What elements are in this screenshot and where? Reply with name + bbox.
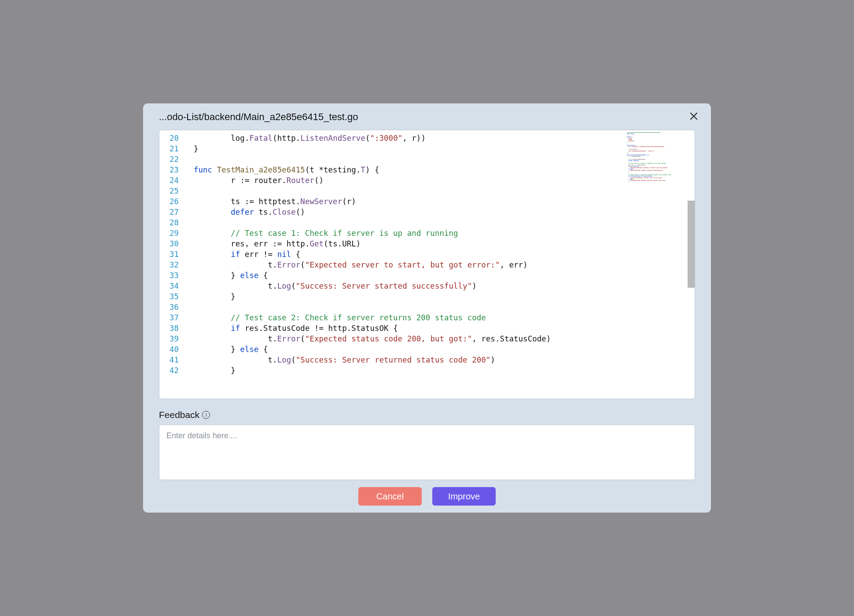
feedback-label-row: Feedback i (143, 399, 711, 425)
feedback-input[interactable] (166, 431, 688, 473)
vertical-scrollbar-thumb[interactable] (688, 201, 695, 288)
feedback-textbox-container (159, 425, 695, 480)
close-icon (690, 111, 698, 123)
cancel-button[interactable]: Cancel (358, 487, 422, 506)
close-button[interactable] (688, 111, 699, 123)
info-icon[interactable]: i (202, 411, 210, 419)
feedback-dialog: ...odo-List/backend/Main_a2e85e6415_test… (143, 103, 711, 513)
dialog-header: ...odo-List/backend/Main_a2e85e6415_test… (143, 107, 711, 125)
dialog-button-row: Cancel Improve (143, 480, 711, 507)
code-editor[interactable]: 2021222324252627282930313233343536373839… (159, 130, 695, 399)
improve-button[interactable]: Improve (432, 487, 496, 506)
feedback-label: Feedback (159, 410, 199, 420)
file-path: ...odo-List/backend/Main_a2e85e6415_test… (159, 111, 358, 123)
dialog-backdrop: ...odo-List/backend/Main_a2e85e6415_test… (0, 0, 854, 616)
line-number-gutter: 2021222324252627282930313233343536373839… (159, 130, 185, 399)
code-content[interactable]: log.Fatal(http.ListenAndServe(":3000", r… (185, 130, 695, 399)
